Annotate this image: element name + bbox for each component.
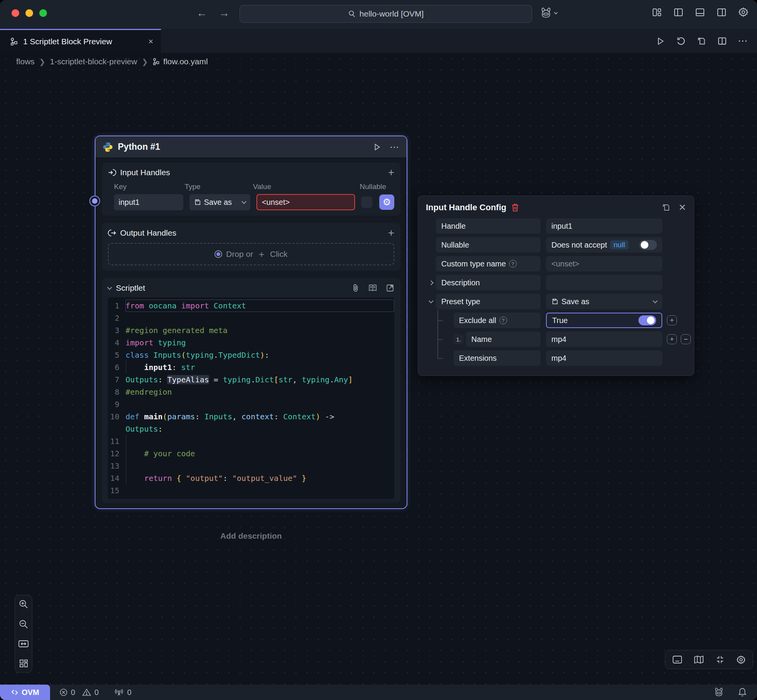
copy-config-icon[interactable] — [662, 203, 671, 212]
ports-indicator[interactable]: 0 — [114, 688, 131, 697]
handle-value-input[interactable]: <unset> — [256, 194, 355, 210]
code-text[interactable] — [126, 398, 394, 410]
problems-indicator[interactable]: 0 0 — [59, 688, 99, 697]
code-text[interactable]: class Inputs(typing.TypedDict): — [126, 349, 394, 361]
toggle-switch[interactable] — [638, 315, 656, 325]
minimize-window-button[interactable] — [25, 9, 33, 17]
mascot-icon[interactable] — [539, 6, 553, 20]
code-text[interactable]: import typing — [126, 337, 394, 349]
code-line[interactable]: 4import typing — [108, 337, 394, 349]
zoom-in-icon[interactable] — [18, 599, 28, 609]
close-config-icon[interactable]: ✕ — [678, 202, 686, 213]
nullable-value[interactable]: Does not acceptnull — [546, 237, 662, 253]
add-name-button[interactable]: + — [667, 334, 677, 344]
code-line[interactable]: 1from oocana import Context — [108, 300, 394, 312]
breadcrumb-file[interactable]: flow.oo.yaml — [152, 57, 208, 66]
breadcrumb-flows[interactable]: flows — [16, 57, 35, 66]
handle-config-gear-button[interactable]: ⚙ — [379, 194, 394, 210]
code-line[interactable]: 5class Inputs(typing.TypedDict): — [108, 349, 394, 361]
code-line[interactable]: 6 input1: str — [108, 361, 394, 373]
duplicate-file-icon[interactable] — [697, 36, 707, 46]
more-actions-icon[interactable]: ⋯ — [738, 35, 749, 47]
add-exclude-all-button[interactable]: + — [667, 315, 677, 325]
collapse-chevron-icon[interactable] — [107, 285, 112, 290]
handle-value[interactable]: input1 — [546, 218, 662, 234]
mascot-chevron-down-icon[interactable] — [554, 10, 558, 14]
code-line[interactable]: Outputs: — [108, 423, 394, 435]
code-text[interactable]: input1: str — [126, 361, 394, 373]
docs-book-icon[interactable] — [368, 284, 377, 292]
code-text[interactable]: Outputs: TypeAlias = typing.Dict[str, ty… — [126, 373, 394, 386]
open-external-icon[interactable] — [386, 284, 394, 292]
add-output-handle-button[interactable]: + — [388, 229, 394, 237]
help-icon[interactable]: ? — [499, 317, 507, 324]
toggle-switch[interactable] — [639, 240, 657, 250]
delete-handle-icon[interactable] — [511, 203, 519, 212]
output-dropzone[interactable]: Drop or ＋ Click — [108, 243, 394, 265]
collapse-view-icon[interactable] — [715, 655, 725, 664]
code-text[interactable]: def main(params: Inputs, context: Contex… — [126, 410, 394, 423]
rerun-icon[interactable] — [676, 36, 686, 46]
zoom-out-icon[interactable] — [18, 619, 28, 629]
tab-scriptlet-block-preview[interactable]: 1 Scriptlet Block Preview × — [0, 29, 161, 53]
exclude-all-value[interactable]: True — [546, 313, 662, 328]
handle-type-select[interactable]: Save as — [189, 194, 250, 210]
remove-name-button[interactable]: − — [681, 334, 691, 344]
tab-close-icon[interactable]: × — [148, 37, 153, 47]
flow-canvas[interactable]: flows ❯ 1-scriptlet-block-preview ❯ flow… — [0, 53, 757, 685]
code-text[interactable]: Outputs: — [126, 423, 394, 435]
remote-ovm-button[interactable]: OVM — [0, 685, 50, 700]
preset-type-value[interactable]: Save as — [546, 294, 662, 309]
input-connection-handle[interactable] — [90, 196, 99, 206]
code-text[interactable] — [126, 460, 394, 472]
code-line[interactable]: 2 — [108, 312, 394, 324]
code-text[interactable]: return { "output": "output_value" } — [126, 472, 394, 484]
code-line[interactable]: 10def main(params: Inputs, context: Cont… — [108, 410, 394, 423]
code-line[interactable]: 14 return { "output": "output_value" } — [108, 472, 394, 484]
run-block-icon[interactable] — [373, 143, 381, 151]
maximize-window-button[interactable] — [39, 9, 47, 17]
code-text[interactable]: # your code — [126, 447, 394, 460]
code-line[interactable]: 12 # your code — [108, 447, 394, 460]
chevron-down-icon[interactable] — [429, 298, 434, 303]
help-icon[interactable]: ? — [509, 260, 517, 268]
description-value[interactable] — [546, 275, 662, 290]
handle-key-input[interactable]: input1 — [114, 194, 183, 210]
chevron-right-icon[interactable] — [429, 280, 434, 285]
code-text[interactable]: #endregion — [126, 386, 394, 398]
add-description-button[interactable]: Add description — [95, 531, 407, 541]
block-more-icon[interactable]: ⋯ — [390, 142, 400, 152]
split-editor-icon[interactable] — [717, 36, 727, 46]
close-window-button[interactable] — [12, 9, 19, 17]
chevron-down-icon[interactable] — [653, 298, 658, 303]
custom-type-name-value[interactable]: <unset> — [546, 256, 662, 271]
notifications-bell-icon[interactable] — [738, 687, 747, 697]
code-line[interactable]: 11 — [108, 435, 394, 447]
code-text[interactable] — [126, 435, 394, 447]
block-header[interactable]: Python #1 ⋯ — [95, 136, 407, 158]
command-search-input[interactable]: hello-world [OVM] — [239, 5, 532, 23]
code-line[interactable]: 15 — [108, 484, 394, 497]
code-line[interactable]: 7Outputs: TypeAlias = typing.Dict[str, t… — [108, 373, 394, 386]
settings-gear-icon[interactable] — [738, 7, 749, 17]
code-line[interactable]: 9 — [108, 398, 394, 410]
auto-layout-icon[interactable] — [18, 658, 28, 668]
canvas-settings-gear-icon[interactable] — [736, 655, 746, 665]
add-input-handle-button[interactable]: + — [388, 169, 394, 176]
fit-view-icon[interactable] — [18, 639, 29, 648]
python-block[interactable]: Python #1 ⋯ Input Handles + Key Ty — [95, 136, 407, 509]
run-flow-icon[interactable] — [656, 37, 665, 46]
code-line[interactable]: 3#region generated meta — [108, 324, 394, 337]
code-editor[interactable]: 1from oocana import Context23#region gen… — [108, 297, 394, 499]
attachment-icon[interactable] — [352, 284, 360, 292]
code-line[interactable]: 13 — [108, 460, 394, 472]
code-text[interactable]: from oocana import Context — [126, 300, 394, 312]
code-line[interactable]: 8#endregion — [108, 386, 394, 398]
layout-grid-icon[interactable] — [652, 7, 662, 17]
code-text[interactable] — [126, 312, 394, 324]
panel-right-icon[interactable] — [717, 7, 727, 17]
breadcrumb-folder[interactable]: 1-scriptlet-block-preview — [50, 57, 137, 66]
extensions-value[interactable]: mp4 — [546, 350, 662, 366]
code-text[interactable]: #region generated meta — [126, 324, 394, 337]
name-value[interactable]: mp4 — [546, 332, 662, 347]
